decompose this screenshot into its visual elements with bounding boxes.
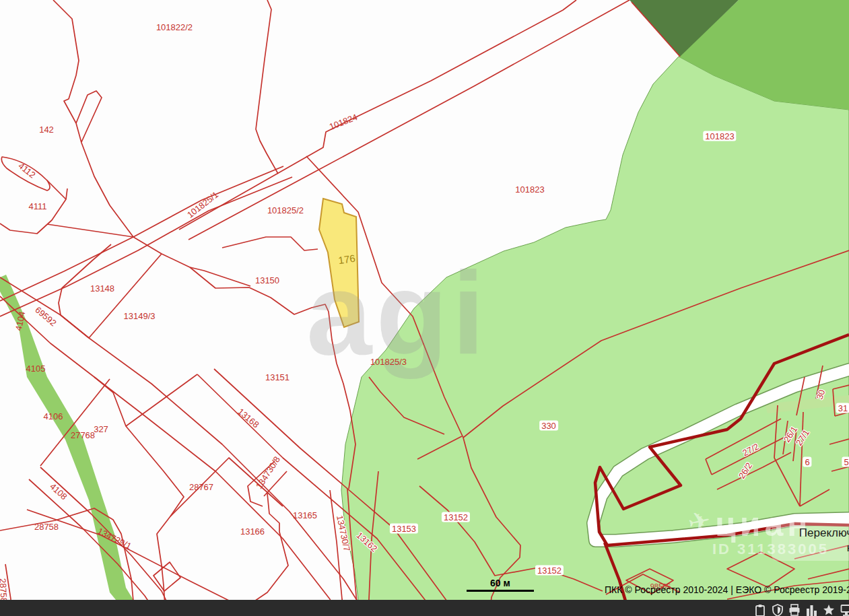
- parcel-label: 101825/3: [370, 357, 407, 366]
- scale-bar-line: [467, 590, 534, 592]
- parcel-label: 101822/2: [156, 23, 193, 32]
- bottom-toolbar: [0, 600, 849, 616]
- parcel-label: 28758: [0, 578, 8, 603]
- parcel-label: 4111: [29, 202, 47, 211]
- screen-share-icon[interactable]: [840, 604, 849, 616]
- parcel-label: 13150: [255, 276, 279, 285]
- clipboard-icon[interactable]: [754, 604, 766, 616]
- switch-map-button[interactable]: Переключение карты: [772, 522, 849, 561]
- columns-chart-icon[interactable]: [805, 604, 817, 616]
- parcel-label: 4106: [44, 412, 63, 421]
- parcel-label: 4105: [26, 364, 46, 373]
- parcel-label: 330: [539, 421, 558, 431]
- star-icon[interactable]: [823, 604, 835, 616]
- parcel-label: 28767: [189, 483, 213, 491]
- scale-bar-text: 60 м: [467, 578, 534, 588]
- parcel-label: 31: [836, 403, 849, 413]
- parcel-label: 5: [842, 457, 849, 467]
- scale-bar: 60 м: [467, 578, 534, 592]
- parcel-label: 327: [94, 425, 108, 434]
- parcel-label: 13151: [265, 373, 290, 382]
- parcel-label: 13149/3: [124, 312, 156, 320]
- parcel-label: 13166: [240, 527, 265, 536]
- parcel-label: 176: [338, 253, 356, 265]
- shield-icon[interactable]: [772, 604, 784, 616]
- parcel-label: 13165: [293, 511, 317, 520]
- parcel-label: 28758: [34, 522, 59, 531]
- parcel-label: 101823: [703, 131, 736, 141]
- parcel-label: 142: [39, 125, 54, 134]
- parcel-label: 6: [803, 457, 811, 467]
- parcel-label: 13148: [90, 284, 114, 293]
- parcel-label: 27768: [71, 431, 95, 440]
- parcel-label: 13152: [442, 512, 470, 522]
- cadastral-map[interactable]: [0, 0, 849, 616]
- map-canvas: [0, 0, 849, 616]
- parcel-label: 101823: [515, 185, 544, 194]
- parcel-label: 13153: [390, 524, 418, 534]
- printer-icon[interactable]: [788, 604, 801, 616]
- parcel-label: 101825/2: [267, 206, 304, 215]
- map-attribution: ПКК © Росреестр 2010-2024 | ЕЭКО © Росре…: [605, 584, 849, 595]
- parcel-label: 13152: [535, 566, 564, 576]
